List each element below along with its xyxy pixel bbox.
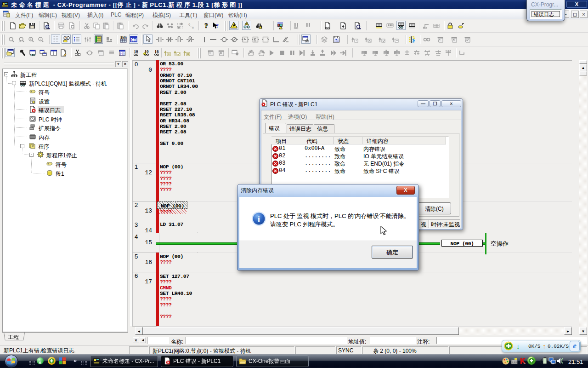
svg-text:i: i [258,214,260,224]
svg-text:?: ? [216,23,219,29]
svg-text:0.02: 0.02 [120,54,125,56]
svg-text:10: 10 [134,49,139,54]
svg-text:B: B [192,26,194,29]
svg-text:A: A [188,23,190,25]
svg-text:16: 16 [155,49,159,54]
svg-text:?: ? [204,22,208,29]
svg-text:CI: CI [131,38,136,42]
svg-text:w: w [65,36,68,40]
svg-text:SMA: SMA [120,36,127,39]
